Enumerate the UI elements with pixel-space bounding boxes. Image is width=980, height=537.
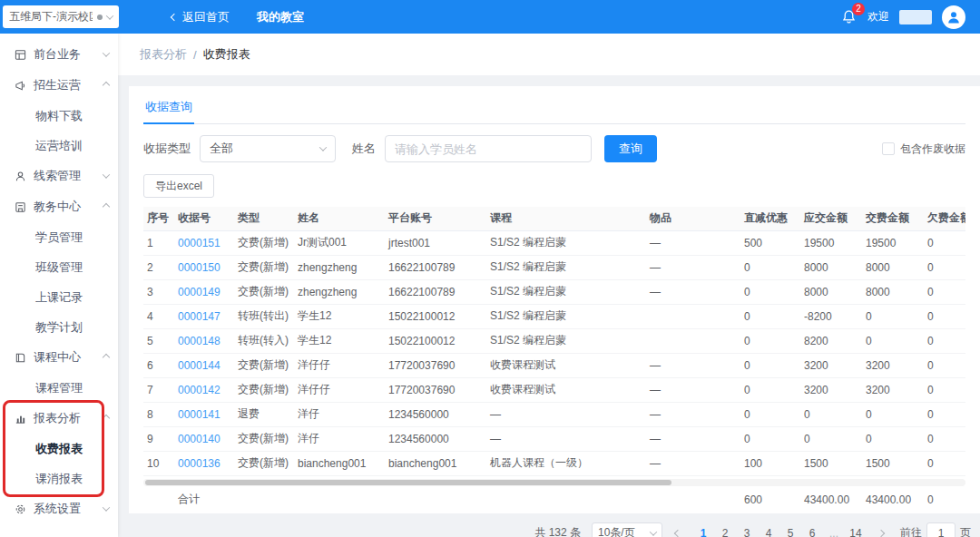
sidebar-item[interactable]: 课程管理 <box>0 373 118 403</box>
page-number[interactable]: 1 <box>693 523 713 537</box>
table-cell: 3 <box>143 279 174 304</box>
totals-table: 合计60043400.0043400.000 <box>143 486 980 513</box>
table-cell: 0 <box>740 377 800 402</box>
receipt-link[interactable]: 0000150 <box>174 255 234 279</box>
table-cell: 交费(新增) <box>234 451 294 475</box>
table-cell: S1/S2 编程启蒙 <box>486 328 646 353</box>
horizontal-scrollbar[interactable] <box>143 479 965 486</box>
table-cell: 洋仔 <box>294 402 385 426</box>
chevron-down-icon <box>650 528 657 535</box>
chevron-down-icon <box>103 49 110 56</box>
table-cell: — <box>646 426 740 451</box>
sidebar-item[interactable]: 班级管理 <box>0 252 118 282</box>
prev-page-button[interactable] <box>668 523 688 537</box>
page-number[interactable]: 2 <box>715 523 735 537</box>
school-icon <box>14 200 26 213</box>
table-cell: 10 <box>143 451 174 475</box>
sidebar-item[interactable]: 课消报表 <box>0 464 118 493</box>
totals-cell: 600 <box>740 486 800 513</box>
scrollbar-thumb[interactable] <box>145 480 671 485</box>
user-icon <box>14 170 26 182</box>
column-header: 类型 <box>234 207 294 230</box>
table-cell: 0 <box>740 255 800 279</box>
chevron-right-icon <box>877 529 885 536</box>
sidebar-item[interactable]: 学员管理 <box>0 222 118 252</box>
sidebar-group-system-settings[interactable]: 系统设置 <box>0 493 118 524</box>
export-excel-button[interactable]: 导出excel <box>143 174 214 198</box>
totals-cell: 合计 <box>174 486 234 513</box>
receipt-link[interactable]: 0000142 <box>174 377 234 402</box>
sidebar-item[interactable]: 物料下载 <box>0 101 118 131</box>
table-cell: 转班(转出) <box>234 304 294 328</box>
page-number[interactable]: 5 <box>780 523 800 537</box>
back-home-link[interactable]: 返回首页 <box>172 9 230 25</box>
sidebar-item[interactable]: 运营培训 <box>0 131 118 161</box>
sidebar-item[interactable]: 教学计划 <box>0 312 118 342</box>
column-header: 物品 <box>646 207 740 230</box>
sidebar-group-admissions-ops[interactable]: 招生运营 <box>0 70 118 101</box>
table-cell: 1500 <box>862 451 924 475</box>
sidebar-group-course-center[interactable]: 课程中心 <box>0 342 118 373</box>
my-classroom-link[interactable]: 我的教室 <box>257 9 304 25</box>
receipt-link[interactable]: 0000148 <box>174 328 234 353</box>
student-name-input[interactable] <box>385 135 592 162</box>
page-number[interactable]: 14 <box>846 523 866 537</box>
book-icon <box>14 351 26 364</box>
receipt-link[interactable]: 0000149 <box>174 279 234 304</box>
table-cell: jrtest001 <box>385 230 486 255</box>
user-avatar-icon <box>946 9 962 25</box>
include-void-checkbox-group[interactable]: 包含作废收据 <box>882 142 965 157</box>
page-number[interactable]: 3 <box>737 523 757 537</box>
table-cell: 0 <box>862 402 924 426</box>
receipt-link[interactable]: 0000141 <box>174 402 234 426</box>
campus-select[interactable]: 五维局下-演示校区 <box>3 5 119 28</box>
sidebar-group-report-analysis[interactable]: 报表分析 <box>0 403 118 434</box>
table-viewport: 序号收据号类型姓名平台账号课程物品直减优惠应交金额交费金额欠费金额 100001… <box>143 207 965 476</box>
receipt-type-select[interactable]: 全部 <box>200 135 336 162</box>
sidebar-group-academic-center[interactable]: 教务中心 <box>0 191 118 222</box>
main-content: 报表分析 / 收费报表 收据查询 收据类型 全部 姓名 查询 包含作废收据 导出… <box>118 34 980 537</box>
megaphone-icon <box>14 79 26 92</box>
checkbox-icon[interactable] <box>882 142 895 155</box>
report-card: 收据查询 收据类型 全部 姓名 查询 包含作废收据 导出excel 序号收据号类… <box>129 86 980 513</box>
receipt-link[interactable]: 0000147 <box>174 304 234 328</box>
topbar-right: 2 欢迎 <box>841 5 980 29</box>
table-cell: — <box>646 377 740 402</box>
notifications-button[interactable]: 2 <box>841 9 858 25</box>
masked-username <box>899 10 932 24</box>
table-cell: 0 <box>924 255 965 279</box>
receipt-link[interactable]: 0000140 <box>174 426 234 451</box>
tab-receipt-query[interactable]: 收据查询 <box>143 93 194 124</box>
table-cell: 0 <box>924 230 965 255</box>
table-cell: — <box>646 279 740 304</box>
receipt-link[interactable]: 0000151 <box>174 230 234 255</box>
table-cell: 学生12 <box>294 328 385 353</box>
table-cell: 交费(新增) <box>234 426 294 451</box>
receipt-link[interactable]: 0000144 <box>174 353 234 377</box>
table-cell: 8200 <box>800 328 862 353</box>
next-page-button[interactable] <box>871 523 891 537</box>
table-cell: 交费(新增) <box>234 255 294 279</box>
page-ellipsis: ... <box>824 523 844 537</box>
sidebar-item[interactable]: 上课记录 <box>0 282 118 312</box>
goto-page-input[interactable] <box>926 522 956 537</box>
sidebar-group-front-desk[interactable]: 前台业务 <box>0 39 118 70</box>
chevron-up-icon <box>103 203 110 210</box>
breadcrumb-parent[interactable]: 报表分析 <box>140 46 187 63</box>
page-number[interactable]: 4 <box>759 523 779 537</box>
avatar[interactable] <box>942 5 965 29</box>
page-number[interactable]: 6 <box>802 523 822 537</box>
table-row: 100000136交费(新增)biancheng001biancheng001机… <box>143 451 965 475</box>
table-cell: 退费 <box>234 402 294 426</box>
page-size-select[interactable]: 10条/页 <box>592 522 662 537</box>
table-cell: 8000 <box>800 255 862 279</box>
receipts-table: 序号收据号类型姓名平台账号课程物品直减优惠应交金额交费金额欠费金额 100001… <box>143 207 965 476</box>
sidebar-group-leads[interactable]: 线索管理 <box>0 161 118 191</box>
table-cell: 0 <box>924 377 965 402</box>
sidebar-item[interactable]: 收费报表 <box>0 434 118 464</box>
receipt-link[interactable]: 0000136 <box>174 451 234 475</box>
table-cell: 100 <box>740 451 800 475</box>
table-cell: 0 <box>740 402 800 426</box>
table-cell: 17720037690 <box>385 377 486 402</box>
search-button[interactable]: 查询 <box>604 135 657 162</box>
